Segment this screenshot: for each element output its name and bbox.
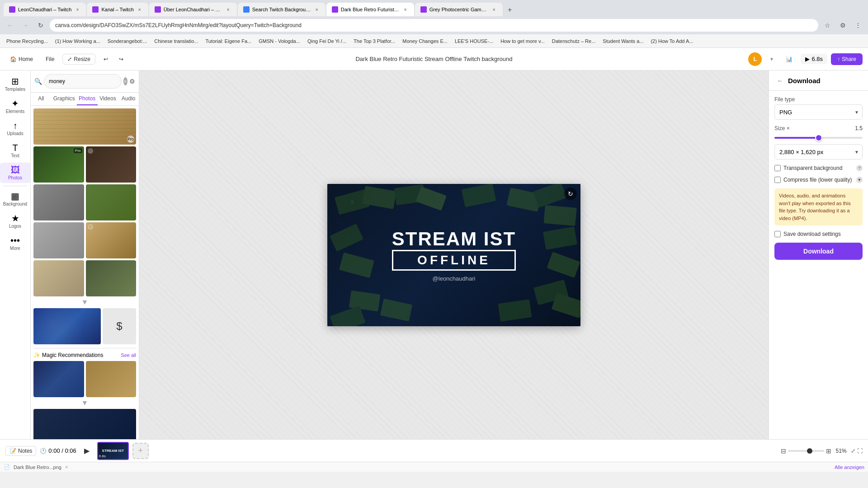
load-more-button[interactable]: ▼ bbox=[81, 298, 89, 306]
bookmark-7[interactable]: Qing Fei De Yi /... bbox=[305, 38, 349, 45]
bookmark-11[interactable]: How to get more v... bbox=[498, 38, 547, 45]
new-tab-button[interactable]: + bbox=[504, 4, 516, 16]
grid-img-6[interactable] bbox=[33, 222, 84, 258]
tab-close-6[interactable]: × bbox=[491, 6, 497, 13]
grid-img-7[interactable]: ♡ bbox=[86, 222, 137, 258]
tab-2[interactable]: Kanal – Twitch × bbox=[87, 3, 148, 16]
sidebar-item-templates[interactable]: ⊞ Templates bbox=[0, 74, 31, 94]
filter-tab-audio[interactable]: Audio bbox=[118, 93, 139, 105]
canvas-refresh-button[interactable]: ↻ bbox=[564, 188, 577, 200]
bookmark-10[interactable]: LEE'S HOUSE-... bbox=[452, 38, 496, 45]
grid-item-featured[interactable]: Pro bbox=[33, 108, 136, 145]
grid-img-8[interactable] bbox=[33, 260, 84, 296]
bookmark-12[interactable]: Datenschutz – Re... bbox=[549, 38, 599, 45]
zoom-slider[interactable] bbox=[788, 450, 824, 452]
compress-checkbox[interactable] bbox=[774, 177, 781, 183]
filter-tab-all[interactable]: All bbox=[31, 93, 52, 105]
bookmark-4[interactable]: Chinese translatio... bbox=[151, 38, 201, 45]
filter-tab-graphics[interactable]: Graphics bbox=[52, 93, 77, 105]
bookmark-13[interactable]: Student Wants a... bbox=[600, 38, 646, 45]
tab-close-3[interactable]: × bbox=[225, 6, 231, 13]
zoom-thumb[interactable] bbox=[807, 448, 812, 454]
tab-5[interactable]: Dark Blue Retro Futuristic Str... × bbox=[326, 3, 414, 16]
magic-img-3[interactable]: hands with money bbox=[33, 409, 136, 439]
tab-close-1[interactable]: × bbox=[74, 6, 80, 13]
tab-1[interactable]: LeonChaudhari – Twitch × bbox=[4, 3, 86, 16]
tab-close-2[interactable]: × bbox=[137, 6, 143, 13]
stats-button[interactable]: 📊 bbox=[781, 54, 797, 64]
add-collaborator-button[interactable]: + bbox=[765, 54, 778, 64]
filter-tab-photos[interactable]: Photos bbox=[77, 93, 98, 105]
reload-button[interactable]: ↻ bbox=[34, 19, 47, 32]
resize-button[interactable]: ⤢ Resize bbox=[62, 54, 95, 65]
fit-button[interactable]: ⤢ bbox=[851, 448, 855, 454]
transparent-bg-checkbox[interactable] bbox=[774, 165, 781, 171]
play-button[interactable]: ▶ bbox=[80, 444, 94, 458]
home-button[interactable]: 🏠 Home bbox=[5, 54, 38, 64]
timeline-thumb[interactable]: STREAM IST 6.8s bbox=[97, 442, 129, 460]
zoom-out-button[interactable]: ⊟ bbox=[781, 447, 786, 455]
extensions-button[interactable]: ⚙ bbox=[836, 19, 849, 32]
sidebar-item-logos[interactable]: ★ Logos bbox=[0, 211, 31, 231]
file-button[interactable]: File bbox=[41, 54, 59, 64]
tab-close-4[interactable]: × bbox=[314, 6, 320, 13]
tab-6[interactable]: Grey Photocentric Game Nigh... × bbox=[415, 3, 503, 16]
sidebar-item-photos[interactable]: 🖼 Photos bbox=[0, 163, 31, 183]
sidebar-item-background[interactable]: ▦ Background bbox=[0, 189, 31, 209]
transparent-bg-info-icon[interactable]: ? bbox=[856, 165, 863, 171]
grid-img-11[interactable]: $ bbox=[103, 308, 136, 344]
dimensions-select[interactable]: 2,880 × 1,620 px bbox=[774, 144, 863, 160]
zoom-in-button[interactable]: ⊞ bbox=[826, 447, 831, 455]
size-slider-thumb[interactable] bbox=[815, 134, 822, 141]
magic-scroll-button[interactable]: ▼ bbox=[81, 399, 89, 407]
forward-button[interactable]: → bbox=[19, 19, 32, 32]
canvas-frame[interactable]: $ bbox=[327, 184, 580, 326]
download-button[interactable]: Download bbox=[774, 243, 863, 260]
filter-tab-videos[interactable]: Videos bbox=[98, 93, 118, 105]
tab-close-5[interactable]: × bbox=[402, 6, 409, 13]
sidebar-item-uploads[interactable]: ↑ Uploads bbox=[0, 118, 31, 139]
alle-anzeigen-button[interactable]: Alle anzeigen bbox=[835, 465, 864, 470]
sidebar-item-elements[interactable]: ✦ Elements bbox=[0, 96, 31, 117]
grid-img-5[interactable] bbox=[86, 184, 137, 221]
fullscreen-button[interactable]: ⛶ bbox=[857, 448, 863, 454]
bookmark-9[interactable]: Money Changes E... bbox=[400, 38, 450, 45]
menu-button[interactable]: ⋮ bbox=[852, 19, 864, 32]
bookmark-14[interactable]: (2) How To Add A... bbox=[648, 38, 696, 45]
magic-img-2[interactable] bbox=[86, 361, 137, 397]
bookmark-3[interactable]: Sonderangebot:... bbox=[105, 38, 150, 45]
grid-img-2[interactable]: Pro bbox=[33, 146, 84, 183]
search-filter-button[interactable]: ⚙ bbox=[129, 75, 135, 88]
bookmark-button[interactable]: ☆ bbox=[821, 19, 834, 32]
bookmark-5[interactable]: Tutorial: Eigene Fa... bbox=[203, 38, 254, 45]
tab-4[interactable]: Search Twitch Background – C... × bbox=[238, 3, 326, 16]
sidebar-item-more[interactable]: ••• More bbox=[0, 233, 31, 253]
tab-3[interactable]: Über LeonChaudhari – Twitch × bbox=[149, 3, 237, 16]
grid-img-3[interactable]: ♡ bbox=[86, 146, 137, 183]
panel-back-button[interactable]: ← bbox=[774, 75, 785, 86]
save-settings-checkbox[interactable] bbox=[774, 231, 781, 237]
grid-img-9[interactable] bbox=[86, 260, 137, 296]
user-avatar[interactable]: L bbox=[748, 52, 762, 66]
grid-img-10[interactable] bbox=[33, 308, 101, 344]
bookmark-6[interactable]: GMSN - Vologda... bbox=[256, 38, 303, 45]
compress-info-icon[interactable]: ▼ bbox=[856, 177, 863, 183]
status-close-button[interactable]: × bbox=[65, 464, 68, 470]
add-scene-button[interactable]: + bbox=[132, 443, 149, 459]
back-button[interactable]: ← bbox=[4, 19, 16, 32]
sidebar-item-text[interactable]: T Text bbox=[0, 141, 31, 161]
redo-button[interactable]: ↪ bbox=[114, 54, 128, 64]
see-all-button[interactable]: See all bbox=[121, 352, 136, 358]
grid-img-4[interactable] bbox=[33, 184, 84, 221]
size-slider-container[interactable] bbox=[774, 133, 863, 142]
file-type-select[interactable]: PNG JPG PDF SVG MP4 GIF bbox=[774, 104, 863, 120]
bookmark-8[interactable]: The Top 3 Platfor... bbox=[351, 38, 398, 45]
search-input[interactable] bbox=[44, 74, 122, 89]
address-input[interactable]: canva.com/design/DAFO3SwZX/mSs7E2LFUyhRm… bbox=[50, 19, 818, 32]
share-button[interactable]: ↑ Share bbox=[831, 53, 863, 65]
bookmark-1[interactable]: Phone Recycling... bbox=[4, 38, 51, 45]
grid-img-1[interactable]: Pro bbox=[33, 108, 136, 145]
notes-button[interactable]: 📝 Notes bbox=[5, 446, 36, 456]
magic-img-1[interactable] bbox=[33, 361, 84, 397]
search-clear-button[interactable]: × bbox=[123, 77, 127, 85]
